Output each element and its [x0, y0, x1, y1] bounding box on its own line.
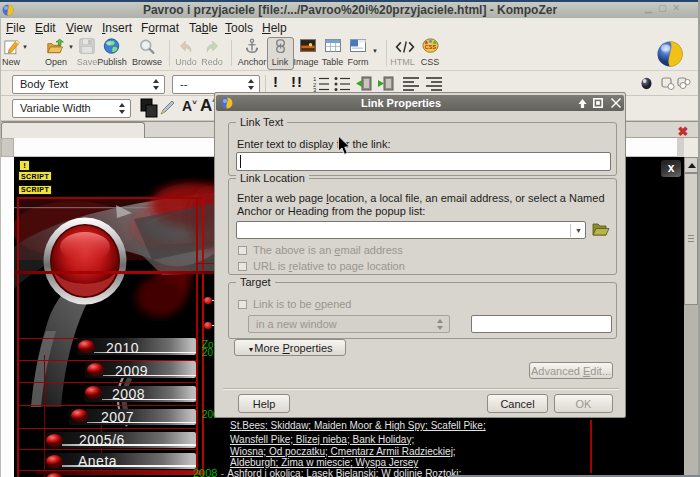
svg-text:CSS: CSS	[425, 44, 437, 50]
